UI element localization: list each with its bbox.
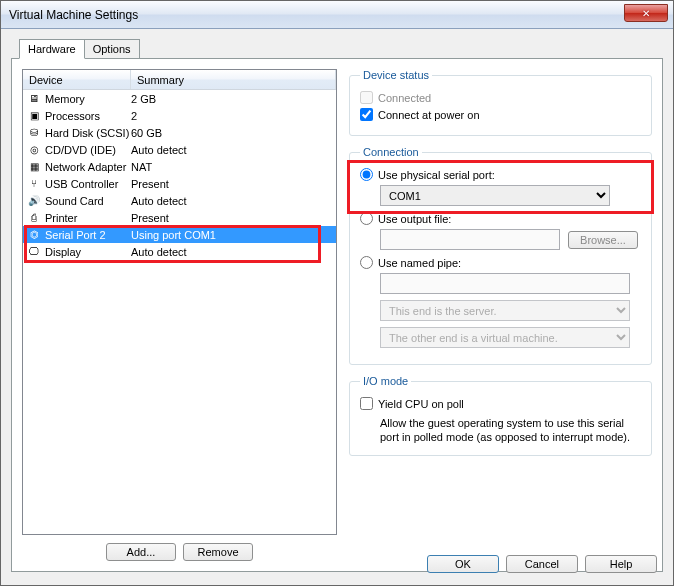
device-icon: 🖥	[26, 92, 42, 106]
remove-button[interactable]: Remove	[183, 543, 253, 561]
device-name: Memory	[45, 93, 85, 105]
dialog-body: Hardware Options Device Summary 🖥Memory2…	[1, 29, 673, 585]
pipe-end-select: This end is the server.	[380, 300, 630, 321]
connect-poweron-label: Connect at power on	[378, 109, 480, 121]
device-name: Sound Card	[45, 195, 104, 207]
device-name: Serial Port 2	[45, 229, 106, 241]
device-row[interactable]: ▦Network AdapterNAT	[23, 158, 336, 175]
device-list-buttons: Add... Remove	[22, 543, 337, 561]
device-name: Processors	[45, 110, 100, 122]
connected-checkbox	[360, 91, 373, 104]
device-summary: NAT	[131, 161, 336, 173]
connection-group: Connection Use physical serial port: COM…	[349, 146, 652, 365]
device-icon: ◎	[26, 143, 42, 157]
tab-hardware[interactable]: Hardware	[19, 39, 85, 59]
pipe-other-end-select: The other end is a virtual machine.	[380, 327, 630, 348]
tab-strip: Hardware Options	[19, 39, 663, 59]
help-button[interactable]: Help	[585, 555, 657, 573]
device-row[interactable]: ⏣Serial Port 2Using port COM1	[23, 226, 336, 243]
window-title: Virtual Machine Settings	[9, 8, 624, 22]
device-status-group: Device status Connected Connect at power…	[349, 69, 652, 136]
io-mode-legend: I/O mode	[360, 375, 411, 387]
device-summary: Present	[131, 212, 336, 224]
browse-button: Browse...	[568, 231, 638, 249]
connection-legend: Connection	[360, 146, 422, 158]
device-name: USB Controller	[45, 178, 118, 190]
device-summary: Auto detect	[131, 195, 336, 207]
use-named-pipe-radio[interactable]	[360, 256, 373, 269]
device-row[interactable]: ▣Processors2	[23, 107, 336, 124]
device-row[interactable]: ⎙PrinterPresent	[23, 209, 336, 226]
device-status-legend: Device status	[360, 69, 432, 81]
left-column: Device Summary 🖥Memory2 GB▣Processors2⛁H…	[22, 69, 337, 561]
add-button[interactable]: Add...	[106, 543, 176, 561]
device-icon: ⑂	[26, 177, 42, 191]
physical-port-select[interactable]: COM1	[380, 185, 610, 206]
device-icon: ⏣	[26, 228, 42, 242]
device-row[interactable]: 🖵DisplayAuto detect	[23, 243, 336, 260]
device-name: CD/DVD (IDE)	[45, 144, 116, 156]
device-icon: ▦	[26, 160, 42, 174]
device-summary: Auto detect	[131, 144, 336, 156]
device-summary: Present	[131, 178, 336, 190]
device-row[interactable]: 🔊Sound CardAuto detect	[23, 192, 336, 209]
yield-cpu-checkbox[interactable]	[360, 397, 373, 410]
yield-cpu-label: Yield CPU on poll	[378, 398, 464, 410]
device-summary: 60 GB	[131, 127, 336, 139]
device-icon: ⎙	[26, 211, 42, 225]
use-output-file-radio[interactable]	[360, 212, 373, 225]
right-column: Device status Connected Connect at power…	[345, 69, 652, 561]
device-row[interactable]: ⛁Hard Disk (SCSI)60 GB	[23, 124, 336, 141]
device-summary: 2 GB	[131, 93, 336, 105]
ok-button[interactable]: OK	[427, 555, 499, 573]
device-summary: Auto detect	[131, 246, 336, 258]
device-row[interactable]: 🖥Memory2 GB	[23, 90, 336, 107]
device-name: Display	[45, 246, 81, 258]
output-file-input	[380, 229, 560, 250]
device-icon: ▣	[26, 109, 42, 123]
device-summary: Using port COM1	[131, 229, 336, 241]
cancel-button[interactable]: Cancel	[506, 555, 578, 573]
settings-window: Virtual Machine Settings ✕ Hardware Opti…	[0, 0, 674, 586]
connect-poweron-checkbox[interactable]	[360, 108, 373, 121]
device-row[interactable]: ◎CD/DVD (IDE)Auto detect	[23, 141, 336, 158]
device-list-header: Device Summary	[23, 70, 336, 90]
use-output-file-label: Use output file:	[378, 213, 451, 225]
connected-label: Connected	[378, 92, 431, 104]
device-icon: 🔊	[26, 194, 42, 208]
use-physical-radio[interactable]	[360, 168, 373, 181]
tab-panel: Device Summary 🖥Memory2 GB▣Processors2⛁H…	[11, 58, 663, 572]
col-device[interactable]: Device	[23, 70, 131, 89]
tab-options[interactable]: Options	[85, 39, 140, 59]
device-list[interactable]: Device Summary 🖥Memory2 GB▣Processors2⛁H…	[22, 69, 337, 535]
device-name: Printer	[45, 212, 77, 224]
use-named-pipe-label: Use named pipe:	[378, 257, 461, 269]
device-summary: 2	[131, 110, 336, 122]
named-pipe-input	[380, 273, 630, 294]
dialog-buttons: OK Cancel Help	[425, 555, 659, 573]
io-mode-group: I/O mode Yield CPU on poll Allow the gue…	[349, 375, 652, 456]
col-summary[interactable]: Summary	[131, 70, 336, 89]
device-icon: 🖵	[26, 245, 42, 259]
use-physical-label: Use physical serial port:	[378, 169, 495, 181]
titlebar[interactable]: Virtual Machine Settings ✕	[1, 1, 673, 29]
device-row[interactable]: ⑂USB ControllerPresent	[23, 175, 336, 192]
io-mode-note: Allow the guest operating system to use …	[380, 416, 641, 445]
close-button[interactable]: ✕	[624, 4, 668, 22]
device-name: Hard Disk (SCSI)	[45, 127, 129, 139]
device-name: Network Adapter	[45, 161, 126, 173]
device-icon: ⛁	[26, 126, 42, 140]
